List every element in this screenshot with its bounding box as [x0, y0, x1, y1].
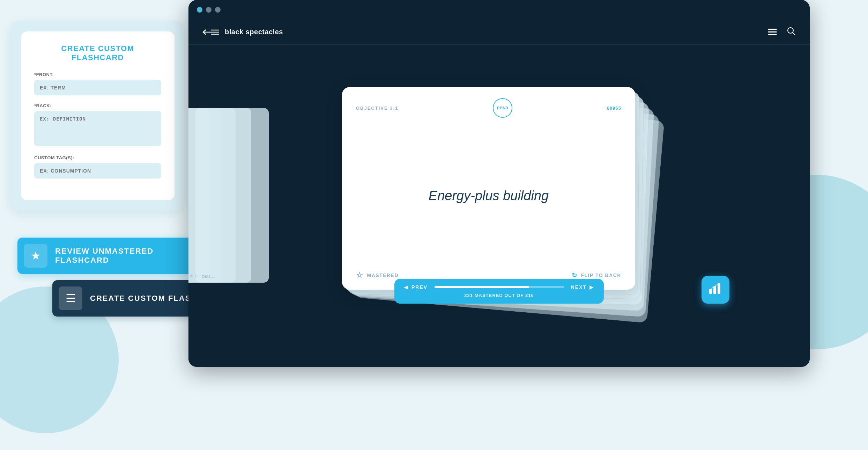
card-header: OBJECTIVE 3.1 PP&D 60965 [356, 98, 621, 118]
review-label: REVIEW UNMASTERED FLASHCARD [55, 247, 193, 265]
nav-icons [768, 27, 796, 38]
back-label: *BACK: [34, 103, 161, 108]
logo-icon [202, 28, 220, 36]
stats-button[interactable] [702, 276, 729, 304]
chart-icon [709, 282, 722, 295]
progress-status: 231 MASTERED OUT OF 316 [464, 293, 534, 298]
progress-bar [435, 286, 564, 288]
card-content: Energy-plus building [356, 121, 621, 271]
next-label: NEXT [571, 284, 587, 290]
search-icon [787, 27, 796, 36]
card-badge: PP&D [493, 98, 512, 118]
navigation-bar: ◀ PREV NEXT ▶ 231 MASTERED OUT OF 316 [394, 279, 604, 304]
card-objective: OBJECTIVE 3.1 [356, 106, 398, 111]
svg-rect-6 [713, 286, 716, 294]
traffic-light-3[interactable] [215, 7, 221, 13]
traffic-light-2[interactable] [206, 7, 212, 13]
svg-rect-5 [709, 289, 712, 294]
progress-fill [435, 286, 529, 288]
stack-label-5: OBJ... [202, 274, 215, 278]
prev-label: PREV [411, 284, 428, 290]
form-title: CREATE CUSTOM FLASHCARD [34, 44, 161, 62]
prev-button[interactable]: ◀ PREV [404, 284, 428, 290]
flip-label: FLIP TO BACK [581, 273, 622, 278]
left-panel: CREATE CUSTOM FLASHCARD *FRONT: *BACK: C… [10, 21, 185, 211]
star-icon: ☆ [356, 271, 364, 280]
card-term: Energy-plus building [429, 188, 549, 203]
main-flashcard: OBJECTIVE 3.1 PP&D 60965 Energy-plus bui… [342, 87, 635, 290]
traffic-light-1[interactable] [197, 7, 202, 13]
main-content: ☆ ☆ ☆ ☆ M OBJ... [188, 45, 810, 367]
review-icon: ★ [24, 244, 47, 268]
review-button[interactable]: ★ REVIEW UNMASTERED FLASHCARD [17, 238, 206, 274]
hamburger-icon [768, 29, 777, 35]
next-button[interactable]: NEXT ▶ [571, 284, 594, 290]
flashcard-form-container: CREATE CUSTOM FLASHCARD *FRONT: *BACK: C… [10, 21, 185, 211]
browser-window: black spectacles [188, 0, 810, 367]
hamburger-button[interactable] [768, 29, 777, 35]
nav-controls: ◀ PREV NEXT ▶ [404, 284, 594, 290]
back-input[interactable] [34, 111, 161, 146]
nav-logo: black spectacles [202, 28, 283, 36]
front-input[interactable] [34, 80, 161, 95]
flashcard-form-inner: CREATE CUSTOM FLASHCARD *FRONT: *BACK: C… [21, 31, 175, 200]
logo-text: black spectacles [225, 28, 283, 36]
stack-card-bg-5: OBJ... [195, 108, 269, 283]
card-number: 60965 [607, 106, 621, 111]
tags-input[interactable] [34, 163, 161, 179]
flip-icon: ↻ [572, 271, 578, 279]
front-label: *FRONT: [34, 72, 161, 77]
create-icon: ☰ [59, 286, 82, 310]
stats-icon [709, 282, 722, 298]
search-button[interactable] [787, 27, 796, 38]
svg-line-4 [793, 32, 795, 35]
card-area: ☆ ☆ ☆ ☆ M OBJ... [255, 87, 743, 325]
navbar: black spectacles [188, 20, 810, 45]
prev-arrow-icon: ◀ [404, 284, 409, 290]
browser-titlebar [188, 0, 810, 20]
next-arrow-icon: ▶ [589, 284, 594, 290]
mastered-button[interactable]: ☆ MASTERED [356, 271, 399, 280]
svg-rect-7 [718, 283, 720, 294]
tags-label: CUSTOM TAG(S): [34, 155, 161, 160]
flip-button[interactable]: ↻ FLIP TO BACK [572, 271, 621, 279]
mastered-label: MASTERED [367, 273, 399, 278]
